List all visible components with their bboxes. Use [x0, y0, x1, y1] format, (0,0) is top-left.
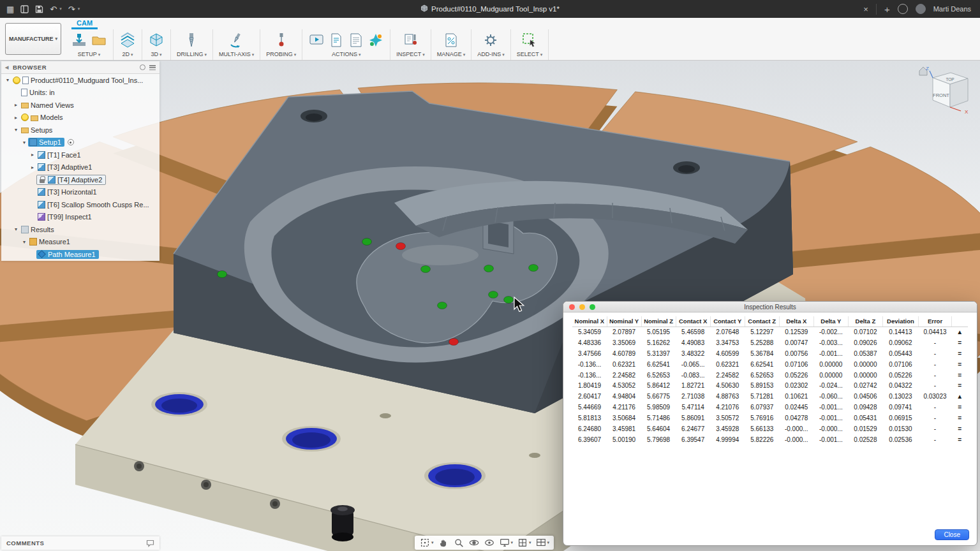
undo-icon[interactable]: ↶	[50, 5, 57, 13]
result-row[interactable]: 2.604174.948045.667752.710384.887635.712…	[572, 391, 968, 402]
result-row[interactable]: 5.446694.211765.985095.471144.210766.079…	[572, 402, 968, 413]
look-at-button[interactable]	[482, 536, 496, 549]
inspection-results-window[interactable]: Inspection Results Nominal XNominal YNom…	[563, 301, 977, 546]
machining-ext-icon[interactable]	[368, 32, 384, 48]
collapse-panel-icon[interactable]: ◀	[5, 65, 9, 70]
column-header[interactable]: Error	[918, 316, 951, 327]
ribbon-group-label[interactable]: PROBING	[266, 51, 296, 57]
document-tab[interactable]: Product#0110_Mudguard Tool_Insp v1*	[0, 4, 980, 13]
tab-cam[interactable]: CAM	[71, 18, 98, 29]
tree-item[interactable]: ▸Named Views	[1, 99, 160, 112]
ribbon-group-label[interactable]: 2D	[122, 51, 133, 57]
chevron-down-icon[interactable]: ▾	[59, 6, 62, 11]
ribbon-group-label[interactable]: ACTIONS	[332, 51, 360, 57]
display-settings-button[interactable]: ▾	[498, 536, 515, 549]
tree-item[interactable]: ▾Setup1	[1, 136, 160, 149]
user-name[interactable]: Marti Deans	[933, 5, 971, 13]
expander-icon[interactable]: ▸	[12, 115, 20, 121]
new-tab-icon[interactable]: +	[876, 4, 890, 15]
measure-point-pass[interactable]	[484, 265, 494, 272]
ribbon-group-label[interactable]: DRILLING	[177, 51, 207, 57]
window-titlebar[interactable]: Inspection Results	[563, 302, 977, 312]
setup-sheet-icon[interactable]	[348, 32, 364, 48]
zoom-magnifier-button[interactable]	[452, 536, 466, 549]
result-row[interactable]: 1.804194.530525.864121.827214.506305.891…	[572, 380, 968, 391]
drilling-icon[interactable]	[183, 32, 200, 48]
redo-icon[interactable]: ↷	[68, 5, 75, 13]
measure-point-pass[interactable]	[362, 239, 372, 246]
expander-icon[interactable]: ▾	[12, 127, 20, 133]
multi-axis-icon[interactable]	[228, 32, 245, 48]
tree-item[interactable]: ▾Product#0110_Mudguard Tool_Ins...	[1, 74, 160, 87]
tree-item[interactable]: [T4] Adaptive2	[1, 173, 160, 186]
result-row[interactable]: -0.136...0.623216.62541-0.065...0.623216…	[572, 359, 968, 370]
display-filter-icon[interactable]	[140, 64, 145, 70]
comments-bar[interactable]: COMMENTS	[1, 536, 160, 550]
ribbon-group-label[interactable]: SELECT	[517, 51, 542, 57]
post-process-icon[interactable]	[328, 32, 345, 48]
simulate-icon[interactable]	[308, 32, 325, 48]
close-tab-icon[interactable]: ×	[863, 4, 868, 14]
result-row[interactable]: 5.818133.506845.714865.860913.505725.769…	[572, 413, 968, 423]
measure-point-pass[interactable]	[489, 291, 498, 298]
expander-icon[interactable]: ▸	[29, 165, 36, 170]
tree-item[interactable]: ▸[T3] Adaptive1	[1, 161, 160, 174]
column-header[interactable]: Contact Z	[745, 316, 779, 327]
ribbon-group-label[interactable]: SETUP	[78, 51, 100, 57]
tree-item[interactable]: [T99] Inspect1	[1, 211, 160, 224]
add-ins-icon[interactable]	[482, 32, 499, 48]
column-header[interactable]: Nominal Y	[607, 316, 641, 327]
expander-icon[interactable]: ▾	[12, 226, 20, 232]
result-row[interactable]: 4.483363.350695.162624.490833.347535.252…	[572, 337, 968, 348]
close-button[interactable]: Close	[935, 529, 969, 540]
tree-item[interactable]: ▸[T1] Face1	[1, 149, 160, 161]
expander-icon[interactable]: ▾	[20, 140, 28, 145]
panel-menu-icon[interactable]	[149, 65, 156, 70]
expander-icon[interactable]: ▾	[20, 239, 28, 245]
avatar[interactable]	[916, 4, 926, 14]
tree-item[interactable]: Path Measure1	[1, 248, 160, 261]
result-row[interactable]: 6.396075.001905.796986.395474.999945.822…	[572, 434, 968, 445]
column-header[interactable]: Nominal Z	[641, 316, 676, 327]
result-row[interactable]: 3.475664.607895.313973.483224.605995.367…	[572, 348, 968, 359]
tree-item[interactable]: Units: in	[1, 87, 160, 99]
tree-item[interactable]: ▾Setups	[1, 124, 160, 136]
column-header[interactable]: Contact X	[676, 316, 710, 327]
save-icon[interactable]	[35, 5, 43, 13]
ribbon-group-label[interactable]: 3D	[151, 51, 162, 57]
ribbon-group-label[interactable]: MANAGE	[437, 51, 465, 57]
tree-item[interactable]: [T6] Scallop Smooth Cusps Re...	[1, 198, 160, 211]
column-header[interactable]: Contact Y	[710, 316, 745, 327]
column-header[interactable]: Delta X	[779, 316, 813, 327]
tree-item[interactable]: ▾Results	[1, 223, 160, 236]
grid-settings-button[interactable]: ▾	[516, 536, 533, 549]
viewport-settings-button[interactable]: ▾	[534, 536, 551, 549]
mill-3d-icon[interactable]	[148, 32, 165, 48]
active-setup-radio[interactable]	[68, 139, 74, 145]
setup-machine-icon[interactable]	[71, 32, 87, 48]
measure-point-pass[interactable]	[529, 265, 538, 272]
chevron-down-icon[interactable]: ▾	[78, 6, 80, 11]
column-header[interactable]: Delta Z	[848, 316, 882, 327]
app-grid-icon[interactable]: ▦	[6, 5, 14, 13]
manage-doc-icon[interactable]	[443, 32, 459, 48]
measure-point-fail[interactable]	[396, 243, 406, 250]
inspect-probe-icon[interactable]	[403, 32, 419, 48]
mill-2d-icon[interactable]	[119, 32, 136, 48]
column-header[interactable]: Delta Y	[813, 316, 848, 327]
measure-point-fail[interactable]	[449, 339, 459, 346]
result-row[interactable]: 6.246803.459815.646046.246773.459285.661…	[572, 423, 968, 434]
tree-item[interactable]: [T3] Horizontal1	[1, 186, 160, 199]
expander-icon[interactable]: ▸	[12, 102, 20, 108]
ribbon-group-label[interactable]: INSPECT	[396, 51, 424, 57]
job-status-icon[interactable]	[898, 4, 908, 14]
tree-item[interactable]: ▸Models	[1, 112, 160, 124]
result-row[interactable]: 5.340592.078975.051955.465982.076485.122…	[572, 327, 968, 337]
measure-point-pass[interactable]	[218, 271, 227, 278]
data-panel-icon[interactable]	[20, 5, 29, 13]
column-header[interactable]: Nominal X	[572, 316, 607, 327]
workspace-switcher[interactable]: MANUFACTURE	[5, 23, 61, 55]
expander-icon[interactable]: ▸	[29, 152, 36, 158]
ribbon-group-label[interactable]: ADD-INS	[477, 51, 504, 57]
setup-folder-icon[interactable]	[91, 32, 107, 48]
